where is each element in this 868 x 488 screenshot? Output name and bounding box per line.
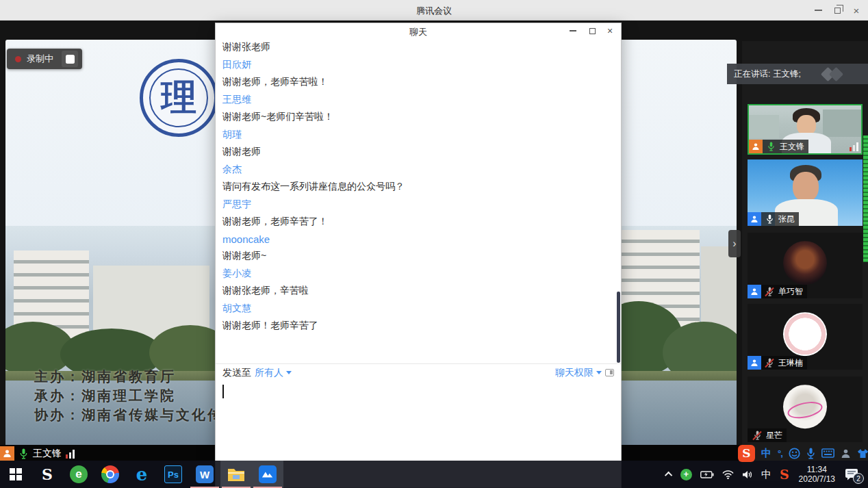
taskbar-app-chrome[interactable]	[94, 461, 126, 488]
skin-icon[interactable]	[857, 448, 868, 459]
mic-on-icon	[765, 142, 777, 151]
chat-sender-name: 胡文慧	[222, 303, 611, 315]
chrome-icon	[101, 465, 119, 483]
tray-input-language[interactable]: 中	[757, 461, 776, 488]
participant-name: 王琳楠	[778, 357, 803, 369]
participant-avatar	[783, 241, 827, 285]
taskbar-app-s-launcher[interactable]: S	[31, 461, 63, 488]
university-logo: 理	[140, 59, 218, 137]
account-icon[interactable]	[841, 448, 851, 459]
close-icon: ×	[607, 26, 613, 36]
mic-on-icon	[17, 448, 29, 459]
tencent-meeting-icon	[259, 465, 277, 483]
mic-muted-icon	[751, 431, 763, 440]
member-badge-icon	[748, 285, 761, 298]
wifi-icon	[722, 470, 734, 479]
taskbar: S e e Ps W	[0, 461, 868, 488]
taskbar-app-edge[interactable]: e	[126, 461, 157, 488]
taskbar-app-file-explorer[interactable]	[220, 461, 252, 488]
participant-name: 单巧智	[778, 286, 803, 298]
taskbar-app-tencent-meeting[interactable]	[252, 461, 283, 488]
participant-tile-zhangkun[interactable]: 张昆	[748, 159, 863, 226]
send-to-selector[interactable]: 所有人	[255, 367, 292, 379]
taskbar-app-360-browser[interactable]: e	[63, 461, 94, 488]
restore-icon	[834, 8, 841, 14]
taskbar-app-wps[interactable]: W	[189, 461, 220, 488]
tray-360-shield[interactable]: +	[676, 461, 696, 488]
chat-send-row: 发送至 所有人 聊天权限	[216, 363, 621, 381]
file-explorer-icon	[227, 467, 245, 482]
chat-sender-name: 余杰	[222, 164, 611, 176]
chat-sender-name: 胡瑾	[222, 129, 611, 141]
clock-date: 2020/7/13	[799, 474, 835, 484]
system-tray: +	[663, 461, 868, 488]
notification-center-button[interactable]: 2	[841, 461, 868, 488]
chevron-right-icon: ›	[732, 237, 736, 250]
punctuation-icon[interactable]: °,	[778, 448, 782, 459]
chat-close-button[interactable]: ×	[600, 23, 620, 38]
minimize-icon	[815, 10, 822, 11]
taskbar-clock[interactable]: 11:34 2020/7/13	[793, 465, 841, 484]
chat-sender-name: 严思宇	[222, 198, 611, 211]
start-button[interactable]	[0, 461, 31, 488]
notification-badge: 2	[853, 473, 864, 484]
presenter-name: 王文锋	[33, 448, 62, 460]
recording-label: 录制中	[27, 53, 53, 65]
taskbar-app-photoshop[interactable]: Ps	[157, 461, 189, 488]
close-button[interactable]: ×	[846, 0, 867, 21]
participant-name: 张昆	[778, 214, 795, 225]
tray-volume[interactable]	[738, 461, 757, 488]
chat-message-text: 谢谢张老师	[222, 40, 611, 53]
chat-scrollbar[interactable]	[617, 292, 620, 363]
mic-muted-icon	[763, 287, 776, 296]
chat-message-text: 请问有发布这一系列讲座信息的公众号吗？	[222, 180, 611, 192]
chat-message-text: 谢谢老师~老师们辛苦啦！	[222, 110, 611, 123]
speaking-banner: 正在讲话: 王文锋;	[727, 64, 868, 84]
edge-icon: e	[136, 465, 148, 483]
voice-input-icon[interactable]	[806, 448, 815, 459]
sogou-input-toolbar: S 中 °,	[738, 444, 868, 463]
send-to-label: 发送至	[222, 367, 251, 379]
tray-wifi[interactable]	[718, 461, 738, 488]
participant-tile-wanglinnan[interactable]: 王琳楠	[748, 304, 863, 370]
panel-popout-icon[interactable]	[605, 369, 614, 376]
hidden-icons-button[interactable]	[663, 461, 676, 488]
member-badge-icon	[748, 356, 761, 370]
chat-sender-name: 王思维	[222, 94, 611, 106]
restore-button[interactable]	[827, 0, 847, 21]
participant-tile-shanqiaozhi[interactable]: 单巧智	[748, 233, 863, 298]
stop-icon	[66, 55, 75, 64]
presenter-label: 王文锋	[0, 446, 75, 461]
minimize-icon	[570, 30, 576, 31]
participant-name: 王文锋	[780, 141, 804, 153]
chat-message-list: 谢谢张老师 田欣妍 谢谢老师，老师辛苦啦！ 王思维 谢谢老师~老师们辛苦啦！ 胡…	[222, 39, 611, 334]
chat-message-text: 谢谢老师~	[222, 249, 611, 261]
chinese-mode-icon[interactable]: 中	[761, 447, 771, 460]
chat-minimize-button[interactable]	[563, 23, 583, 38]
main-window-title: 腾讯会议	[0, 5, 868, 17]
clock-time: 11:34	[799, 465, 835, 474]
participant-tile-wangwenfeng[interactable]: 王文锋	[748, 104, 863, 155]
audio-level-icon	[850, 142, 858, 151]
sidebar-scrollbar[interactable]	[863, 136, 868, 262]
chat-sender-name: mooncake	[222, 233, 611, 245]
sogou-logo-icon[interactable]: S	[738, 445, 755, 462]
chat-message-text: 谢谢老师，老师辛苦啦！	[222, 75, 611, 88]
chat-sender-name: 田欣妍	[222, 59, 611, 71]
chat-sender-name: 姜小凌	[222, 268, 611, 280]
participant-tile-xingmang[interactable]: 星芒	[748, 376, 863, 442]
emoji-icon[interactable]	[789, 448, 800, 459]
tray-sogou[interactable]: S	[776, 461, 793, 488]
chat-permission-selector[interactable]: 聊天权限	[555, 367, 602, 379]
tray-battery[interactable]	[696, 461, 718, 488]
sidebar-collapse-handle[interactable]: ›	[728, 230, 741, 257]
soft-keyboard-icon[interactable]	[821, 448, 834, 458]
recording-dot-icon	[15, 56, 21, 62]
recording-indicator: 录制中	[7, 49, 82, 69]
participant-avatar	[783, 312, 827, 356]
stop-recording-button[interactable]	[62, 51, 78, 67]
text-cursor	[222, 385, 224, 398]
chat-maximize-button[interactable]	[583, 23, 602, 38]
minimize-button[interactable]	[808, 0, 828, 21]
chevron-down-icon	[596, 371, 602, 374]
